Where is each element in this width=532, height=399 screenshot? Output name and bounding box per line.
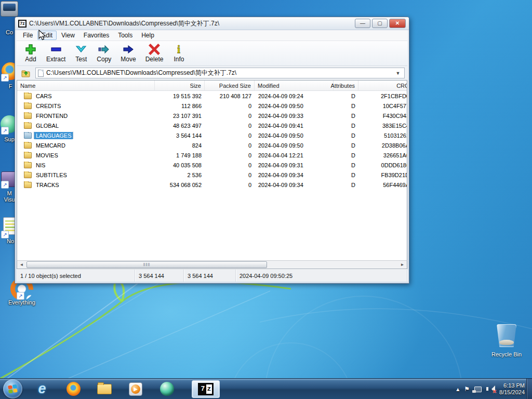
start-button[interactable] <box>3 379 22 398</box>
scrollbar-track[interactable]: ⦀⦀⦀ <box>26 261 398 269</box>
scroll-left-icon[interactable]: ◄ <box>17 261 26 269</box>
taskbar-firefox[interactable] <box>65 381 81 397</box>
file-modified: 2024-04-09 09:50 <box>255 132 334 139</box>
shortcut-arrow-icon: ↗ <box>1 74 9 82</box>
taskbar-7zip-active[interactable]: 7z <box>192 380 220 398</box>
desktop-icon-recycle-bin[interactable]: Recycle Bin <box>487 324 526 357</box>
status-bar: 1 / 10 object(s) selected 3 564 144 3 56… <box>17 269 407 282</box>
delete-x-icon <box>148 44 161 55</box>
minimize-button[interactable]: — <box>355 19 370 28</box>
list-header: Name Size Packed Size Modified Attribute… <box>17 81 407 91</box>
file-attributes: D <box>334 152 358 158</box>
table-row[interactable]: FRONTEND 23 107 391 0 2024-04-09 09:33 D… <box>17 111 407 121</box>
col-header-size[interactable]: Size <box>155 81 205 90</box>
folder-icon <box>24 103 32 109</box>
scroll-right-icon[interactable]: ► <box>398 261 407 269</box>
col-header-crc[interactable]: CRC <box>358 81 407 90</box>
add-button[interactable]: Add <box>21 43 41 64</box>
taskbar-explorer[interactable] <box>97 381 112 397</box>
copy-button[interactable]: Copy <box>93 43 115 64</box>
clock-time: 6:13 PM <box>503 382 525 389</box>
table-row[interactable]: LANGUAGES 3 564 144 0 2024-04-09 09:50 D… <box>17 130 407 140</box>
file-packed-size: 0 <box>205 123 255 129</box>
taskbar-media-player[interactable]: ▶ <box>128 381 143 397</box>
file-attributes: D <box>334 182 358 188</box>
file-name: SUBTITLES <box>34 171 69 179</box>
maximize-button[interactable]: ▢ <box>372 19 388 28</box>
table-row[interactable]: MOVIES 1 749 188 0 2024-04-04 12:21 D 32… <box>17 150 407 160</box>
table-row[interactable]: MEMCARD 824 0 2024-04-09 09:50 D 2D38B06… <box>17 140 407 150</box>
move-button[interactable]: Move <box>117 43 139 64</box>
menu-help[interactable]: Help <box>137 31 158 40</box>
add-plus-icon <box>24 44 37 55</box>
file-size: 48 623 497 <box>155 123 205 129</box>
table-row[interactable]: CREDITS 112 866 0 2024-04-09 09:50 D 10C… <box>17 101 407 111</box>
folder-icon <box>24 113 32 119</box>
address-bar[interactable]: C:\Users\VM1.COLLABNET\Downloads\Compres… <box>35 68 405 78</box>
file-name: CARS <box>34 92 54 100</box>
firefox-icon <box>66 382 81 396</box>
menu-tools[interactable]: Tools <box>114 31 137 40</box>
file-modified: 2024-04-09 09:33 <box>255 113 334 119</box>
file-table-body: CARS 19 515 392 210 408 127 2024-04-09 0… <box>17 91 407 190</box>
table-row[interactable]: SUBTITLES 2 536 0 2024-04-09 09:34 D FB3… <box>17 170 407 180</box>
status-selection: 1 / 10 object(s) selected <box>17 270 135 282</box>
menu-view[interactable]: View <box>57 31 79 40</box>
folder-icon <box>24 123 32 129</box>
close-button[interactable]: ✕ <box>389 19 406 28</box>
file-packed-size: 0 <box>205 162 255 168</box>
table-row[interactable]: NIS 40 035 508 0 2024-04-09 09:31 D 0DDD… <box>17 160 407 170</box>
shortcut-arrow-icon: ↗ <box>1 127 9 135</box>
window-title: C:\Users\VM1.COLLABNET\Downloads\Compres… <box>29 19 355 28</box>
table-row[interactable]: CARS 19 515 392 210 408 127 2024-04-09 0… <box>17 91 407 101</box>
table-row[interactable]: TRACKS 534 068 052 0 2024-04-09 09:34 D … <box>17 180 407 190</box>
file-modified: 2024-04-09 09:24 <box>255 93 334 99</box>
shortcut-arrow-icon: ↗ <box>17 292 24 300</box>
col-header-name[interactable]: Name <box>17 81 155 90</box>
show-desktop-button[interactable] <box>526 379 532 399</box>
taskbar-green-app[interactable] <box>159 381 175 397</box>
delete-button[interactable]: Delete <box>142 43 167 64</box>
table-row[interactable]: GLOBAL 48 623 497 0 2024-04-09 09:41 D 3… <box>17 121 407 130</box>
file-crc: 56F4469A <box>358 182 407 188</box>
menu-file[interactable]: File <box>19 31 37 40</box>
address-path: C:\Users\VM1.COLLABNET\Downloads\Compres… <box>46 69 391 77</box>
show-hidden-icons[interactable]: ▴ <box>456 385 459 393</box>
file-crc: 0DDD6186 <box>358 162 407 168</box>
title-bar[interactable]: 7z C:\Users\VM1.COLLABNET\Downloads\Comp… <box>15 17 409 30</box>
file-size: 23 107 391 <box>155 113 205 119</box>
action-center-flag-icon[interactable]: ⚑ <box>464 385 470 393</box>
file-size: 40 035 508 <box>155 162 205 168</box>
file-size: 1 749 188 <box>155 152 205 158</box>
7zip-app-icon: 7z <box>18 20 26 28</box>
info-i-icon: i <box>172 44 185 55</box>
copy-arrow-icon <box>98 44 110 55</box>
file-attributes: D <box>334 132 358 139</box>
up-folder-button[interactable] <box>19 68 33 78</box>
file-crc: 2D38B06A <box>358 142 407 149</box>
taskbar-clock[interactable]: 6:13 PM 8/15/2024 <box>499 382 525 396</box>
network-icon[interactable] <box>474 387 482 392</box>
col-header-packed-size[interactable]: Packed Size <box>205 81 255 90</box>
folder-icon <box>24 172 32 178</box>
file-modified: 2024-04-09 09:50 <box>255 142 334 149</box>
file-packed-size: 0 <box>205 142 255 149</box>
toolbar: Add Extract Test Copy Move Delete <box>17 41 407 66</box>
horizontal-scrollbar[interactable]: ◄ ⦀⦀⦀ ► <box>17 260 407 269</box>
recycle-bin-icon <box>495 324 518 351</box>
test-button[interactable]: Test <box>71 43 91 64</box>
folder-icon <box>24 132 32 139</box>
file-packed-size: 0 <box>205 132 255 139</box>
file-packed-size: 0 <box>205 103 255 109</box>
extract-button[interactable]: Extract <box>43 43 69 64</box>
volume-muted-icon[interactable]: ✕ <box>486 385 495 393</box>
taskbar-ie[interactable]: e <box>34 381 50 397</box>
col-header-modified[interactable]: Modified <box>255 81 334 90</box>
document-icon <box>38 70 44 77</box>
col-header-attributes[interactable]: Attributes <box>334 81 358 90</box>
menu-favorites[interactable]: Favorites <box>79 31 113 40</box>
scrollbar-thumb[interactable]: ⦀⦀⦀ <box>26 261 267 268</box>
svg-text:i: i <box>178 44 181 55</box>
address-dropdown-icon[interactable]: ▼ <box>394 71 402 76</box>
info-button[interactable]: i Info <box>169 43 189 64</box>
